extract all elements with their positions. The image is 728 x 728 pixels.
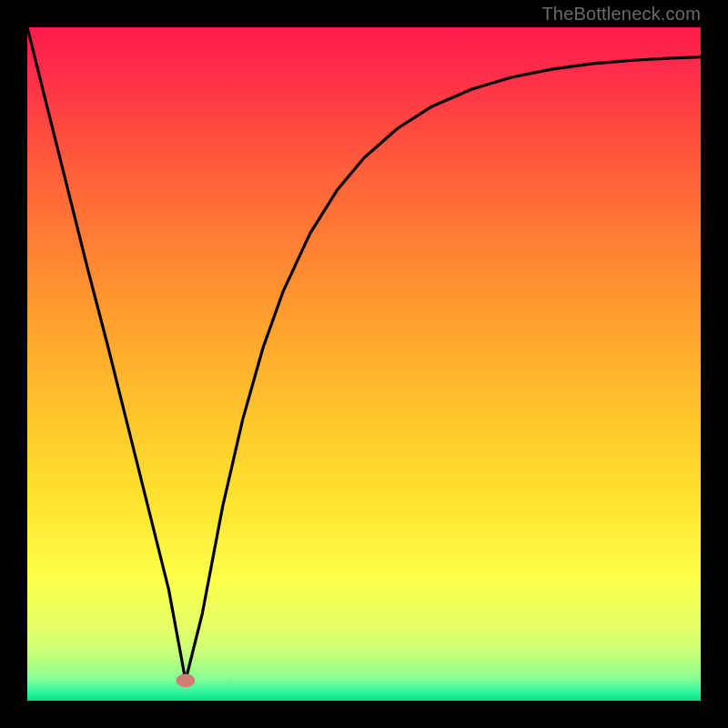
- chart-frame: TheBottleneck.com: [0, 0, 728, 728]
- watermark-text: TheBottleneck.com: [541, 4, 701, 25]
- chart-svg: [27, 27, 701, 701]
- plot-area: [27, 27, 701, 701]
- gradient-background: [27, 27, 701, 701]
- minimum-marker: [177, 673, 196, 687]
